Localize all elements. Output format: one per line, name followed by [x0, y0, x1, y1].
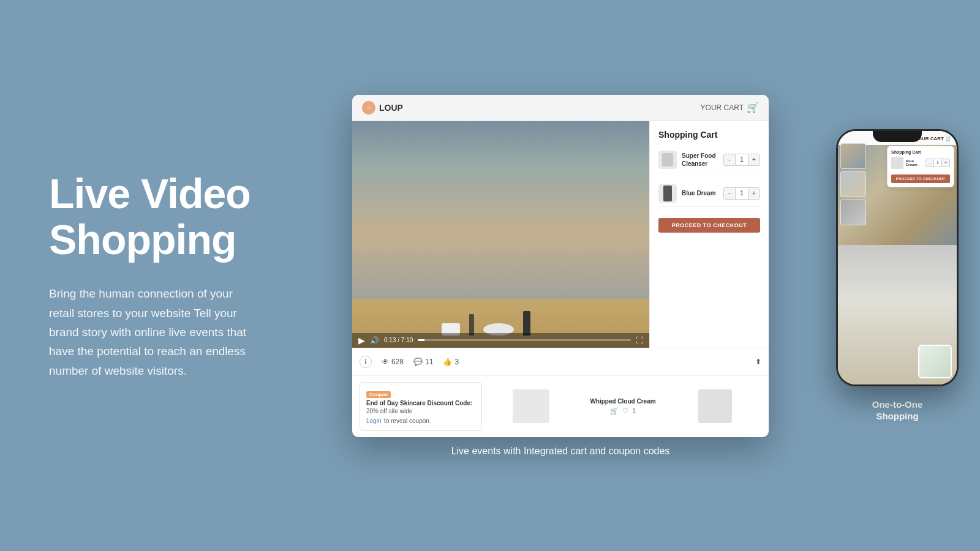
product-likes-count: 1 — [632, 407, 636, 414]
phone-qty-minus[interactable]: - — [926, 159, 933, 167]
phone-checkout-button[interactable]: PROCESS TO CHECKOUT — [891, 174, 950, 183]
eye-icon: 👁 — [382, 358, 389, 366]
video-placeholder — [352, 121, 649, 348]
product-name: Whipped Cloud Cream — [590, 398, 655, 405]
product-small-bottle — [469, 314, 474, 335]
comment-icon: 💬 — [413, 358, 423, 366]
checkout-button[interactable]: PROCEED TO CHECKOUT — [658, 218, 760, 233]
phone-caption: One-to-One Shopping — [872, 399, 923, 422]
browser-window: ○ LOUP YOUR CART 🛒 — [352, 95, 769, 437]
browser-topbar: ○ LOUP YOUR CART 🛒 — [352, 95, 769, 121]
coupon-login-link[interactable]: Login — [366, 418, 381, 424]
phone-screen: YOUR CART 🛒 Shopping Cart Blue Dream - — [838, 131, 957, 384]
hero-title: Live Video Shopping — [49, 171, 251, 263]
progress-bar[interactable] — [418, 339, 631, 341]
counter-products — [442, 311, 530, 335]
phone-thumb-2 — [840, 171, 866, 197]
video-cart-row: ▶ 🔊 0:13 / 7:10 ⛶ Shopping Cart — [352, 121, 769, 348]
loup-logo: ○ LOUP — [362, 101, 403, 114]
qty-plus-2[interactable]: + — [748, 188, 760, 199]
product-bottle — [523, 311, 530, 335]
coupon-title: End of Day Skincare Discount Code: — [366, 400, 475, 407]
comments-count: 11 — [425, 358, 433, 366]
cart-item-name-2: Blue Dream — [682, 189, 718, 197]
cart-title: Shopping Cart — [658, 130, 760, 140]
stats-row: ℹ 👁 628 💬 11 👍 3 ⬆ — [360, 353, 761, 370]
qty-minus-1[interactable]: - — [724, 154, 735, 165]
comments-stat: 💬 11 — [413, 358, 433, 366]
phone-caption-line1: One-to-One — [872, 399, 923, 410]
product-card-image-2 — [698, 389, 732, 423]
views-stat: 👁 628 — [382, 358, 404, 366]
cart-item-image-1 — [658, 151, 677, 169]
cart-item: Super Food Cleanser - 1 + — [658, 147, 760, 173]
qty-value-2: 1 — [735, 188, 748, 199]
coupon-text: 20% off site wide — [366, 408, 475, 414]
right-section: YOUR CART 🛒 Shopping Cart Blue Dream - — [833, 129, 980, 422]
phone-cart-img-1 — [891, 157, 903, 169]
cart-item-img-inner-2 — [663, 186, 672, 201]
below-video: ℹ 👁 628 💬 11 👍 3 ⬆ — [352, 348, 769, 375]
phone-cart-icon: 🛒 — [946, 136, 952, 141]
phone-qty-control-1[interactable]: - 1 + — [925, 159, 950, 167]
whipped-cloud-product: Whipped Cloud Cream 🛒 ♡ 1 — [580, 398, 666, 415]
cart-item-img-inner — [662, 153, 673, 167]
fullscreen-button[interactable]: ⛶ — [636, 336, 643, 345]
product-actions: 🛒 ♡ 1 — [610, 407, 636, 415]
product-card-image — [513, 389, 549, 423]
caption-text: Live events with Integrated cart and cou… — [451, 446, 670, 457]
share-button[interactable]: ⬆ — [755, 358, 761, 366]
video-area[interactable]: ▶ 🔊 0:13 / 7:10 ⛶ — [352, 121, 649, 348]
coupon-box: Coupon End of Day Skincare Discount Code… — [360, 382, 482, 431]
play-button[interactable]: ▶ — [358, 335, 365, 345]
likes-stat: 👍 3 — [443, 358, 459, 366]
phone-notch — [873, 131, 922, 142]
hero-description: Bring the human connection of your retai… — [49, 284, 251, 380]
views-count: 628 — [391, 358, 404, 366]
products-row: Coupon End of Day Skincare Discount Code… — [352, 375, 769, 437]
your-cart-button[interactable]: YOUR CART 🛒 — [701, 102, 759, 113]
product-cart-icon[interactable]: 🛒 — [610, 407, 619, 415]
info-icon: ℹ — [360, 356, 372, 368]
phone-qty-value: 1 — [933, 159, 942, 167]
cart-panel: Shopping Cart Super Food Cleanser - 1 + — [649, 121, 769, 348]
qty-plus-1[interactable]: + — [748, 154, 760, 165]
coupon-link-suffix: to reveal coupon. — [384, 418, 431, 424]
cart-qty-control-2[interactable]: - 1 + — [723, 187, 760, 200]
phone-cart-panel: Shopping Cart Blue Dream - 1 + PROCESS T… — [887, 146, 954, 187]
phone-mockup: YOUR CART 🛒 Shopping Cart Blue Dream - — [836, 129, 959, 386]
coupon-login-row: Login to reveal coupon. — [366, 414, 475, 425]
phone-thumb-1 — [840, 143, 866, 169]
phone-small-overlay — [918, 345, 952, 378]
cart-qty-control-1[interactable]: - 1 + — [723, 154, 760, 166]
likes-count: 3 — [454, 358, 459, 366]
phone-thumb-3 — [840, 200, 866, 225]
loup-icon: ○ — [362, 101, 375, 114]
like-icon: 👍 — [443, 358, 452, 366]
your-cart-label: YOUR CART — [701, 103, 744, 112]
coupon-badge: Coupon — [366, 391, 391, 398]
volume-button[interactable]: 🔊 — [370, 336, 379, 345]
qty-minus-2[interactable]: - — [724, 188, 735, 199]
phone-caption-line2: Shopping — [876, 411, 918, 421]
progress-fill — [418, 339, 424, 341]
cart-item-name-1: Super Food Cleanser — [682, 152, 718, 168]
cart-icon: 🛒 — [747, 102, 759, 113]
featured-product-card — [488, 389, 574, 423]
qty-value-1: 1 — [735, 154, 748, 165]
phone-cart-title: Shopping Cart — [891, 150, 950, 154]
loup-logo-text: LOUP — [379, 103, 403, 113]
center-section: ○ LOUP YOUR CART 🛒 — [282, 83, 833, 469]
product-like-icon[interactable]: ♡ — [622, 407, 628, 415]
cart-item-image-2 — [658, 184, 677, 203]
video-time: 0:13 / 7:10 — [384, 337, 413, 343]
phone-qty-plus[interactable]: + — [942, 159, 949, 167]
left-section: Live Video Shopping Bring the human conn… — [0, 134, 282, 417]
phone-thumbnails — [840, 143, 866, 225]
phone-cart-item-1: Blue Dream - 1 + — [891, 157, 950, 169]
third-product-card — [672, 389, 758, 423]
phone-cart-name-1: Blue Dream — [906, 159, 923, 167]
cart-item-2: Blue Dream - 1 + — [658, 181, 760, 207]
video-controls: ▶ 🔊 0:13 / 7:10 ⛶ — [352, 333, 649, 348]
